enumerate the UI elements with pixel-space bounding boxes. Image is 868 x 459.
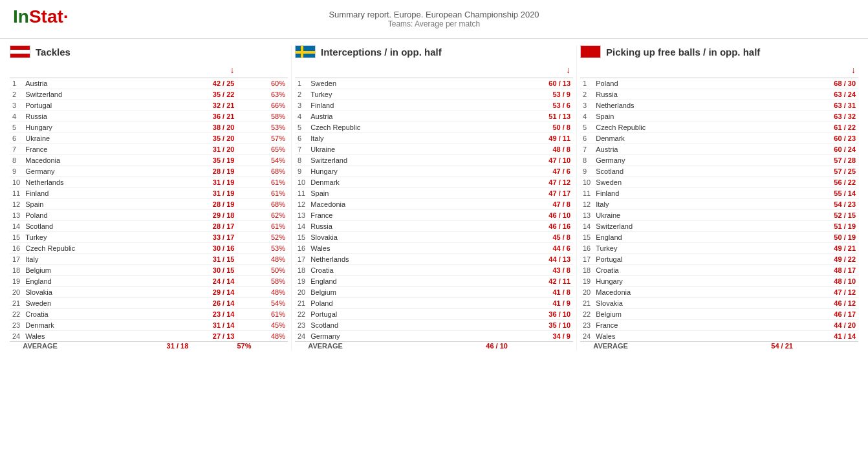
rank-cell: 17 xyxy=(580,254,593,265)
rank-cell: 15 xyxy=(295,232,308,243)
table-row: 24 Wales 27 / 13 48% xyxy=(10,331,288,342)
pct-cell: 50% xyxy=(237,265,288,276)
rank-cell: 13 xyxy=(10,210,23,221)
rank-cell: 3 xyxy=(580,100,593,111)
table-row: 16 Czech Republic 30 / 16 53% xyxy=(10,243,288,254)
team-cell: Finland xyxy=(593,188,771,199)
value-cell: 44 / 13 xyxy=(486,254,573,265)
pct-cell: 48% xyxy=(237,287,288,298)
rank-cell: 24 xyxy=(580,331,593,342)
pct-cell: 63% xyxy=(237,89,288,100)
value-cell: 57 / 28 xyxy=(771,155,858,166)
team-cell: Macedonia xyxy=(23,155,166,166)
table-row: 12 Spain 28 / 19 68% xyxy=(10,199,288,210)
team-cell: Hungary xyxy=(593,276,771,287)
pct-cell: 61% xyxy=(237,188,288,199)
value-cell: 60 / 13 xyxy=(486,78,573,89)
table-row: 21 Poland 41 / 9 xyxy=(295,298,573,309)
team-cell: Denmark xyxy=(23,320,166,331)
table-row: 22 Belgium 46 / 17 xyxy=(580,309,858,320)
rank-cell: 2 xyxy=(10,89,23,100)
pct-cell: 66% xyxy=(237,100,288,111)
main-content: Tackles ↓ 1 Austria 42 / 25 60% 2 Sw xyxy=(0,39,868,356)
table-row: 2 Turkey 53 / 9 xyxy=(295,89,573,100)
pct-cell: 61% xyxy=(237,309,288,320)
table-row: 3 Portugal 32 / 21 66% xyxy=(10,100,288,111)
pct-cell: 68% xyxy=(237,166,288,177)
table-row: 19 Hungary 48 / 10 xyxy=(580,276,858,287)
table-row: 4 Spain 63 / 32 xyxy=(580,111,858,122)
rank-cell: 22 xyxy=(295,309,308,320)
pct-cell: 57% xyxy=(237,133,288,144)
value-cell: 42 / 11 xyxy=(486,276,573,287)
value-cell: 30 / 16 xyxy=(167,243,237,254)
team-cell: Switzerland xyxy=(593,221,771,232)
team-cell: Croatia xyxy=(23,309,166,320)
pct-cell: 53% xyxy=(237,243,288,254)
table-row: 22 Portugal 36 / 10 xyxy=(295,309,573,320)
interceptions-sort-indicator: ↓ xyxy=(486,63,573,78)
team-cell: Netherlands xyxy=(23,177,166,188)
free-balls-title: Picking up free balls / in opp. half xyxy=(606,47,760,58)
rank-cell: 14 xyxy=(10,221,23,232)
team-cell: Switzerland xyxy=(308,155,486,166)
team-cell: Belgium xyxy=(308,287,486,298)
rank-cell: 9 xyxy=(10,166,23,177)
table-row: 12 Macedonia 47 / 8 xyxy=(295,199,573,210)
table-row: 20 Slovakia 29 / 14 48% xyxy=(10,287,288,298)
team-cell: Czech Republic xyxy=(593,122,771,133)
team-cell: Austria xyxy=(23,78,166,89)
value-cell: 63 / 24 xyxy=(771,89,858,100)
table-row: 19 England 42 / 11 xyxy=(295,276,573,287)
value-cell: 46 / 10 xyxy=(486,210,573,221)
rank-cell: 1 xyxy=(295,78,308,89)
interceptions-avg-label: AVERAGE xyxy=(308,342,486,350)
table-row: 24 Germany 34 / 9 xyxy=(295,331,573,342)
rank-cell: 12 xyxy=(580,199,593,210)
team-cell: Austria xyxy=(308,111,486,122)
rank-cell: 3 xyxy=(10,100,23,111)
team-cell: Sweden xyxy=(23,298,166,309)
value-cell: 47 / 12 xyxy=(771,287,858,298)
rank-cell: 21 xyxy=(10,298,23,309)
value-cell: 27 / 13 xyxy=(167,331,237,342)
value-cell: 60 / 23 xyxy=(771,133,858,144)
rank-cell: 13 xyxy=(295,210,308,221)
table-row: 8 Macedonia 35 / 19 54% xyxy=(10,155,288,166)
table-row: 22 Croatia 23 / 14 61% xyxy=(10,309,288,320)
value-cell: 41 / 9 xyxy=(486,298,573,309)
rank-cell: 13 xyxy=(580,210,593,221)
pct-cell: 61% xyxy=(237,221,288,232)
value-cell: 41 / 8 xyxy=(486,287,573,298)
value-cell: 35 / 19 xyxy=(167,155,237,166)
table-row: 18 Croatia 43 / 8 xyxy=(295,265,573,276)
value-cell: 35 / 10 xyxy=(486,320,573,331)
team-cell: Russia xyxy=(23,111,166,122)
pct-cell: 54% xyxy=(237,298,288,309)
pct-cell: 53% xyxy=(237,122,288,133)
rank-cell: 7 xyxy=(295,144,308,155)
team-cell: Denmark xyxy=(308,177,486,188)
logo: InStat· xyxy=(13,6,69,27)
red-flag xyxy=(580,45,601,58)
pct-cell: 62% xyxy=(237,210,288,221)
value-cell: 36 / 21 xyxy=(167,111,237,122)
team-cell: France xyxy=(308,210,486,221)
team-cell: Czech Republic xyxy=(308,122,486,133)
team-cell: Poland xyxy=(308,298,486,309)
table-row: 6 Italy 49 / 11 xyxy=(295,133,573,144)
tackles-table: ↓ 1 Austria 42 / 25 60% 2 Switzerland 35… xyxy=(10,63,288,350)
pct-cell: 61% xyxy=(237,177,288,188)
tackles-sort-indicator: ↓ xyxy=(167,63,237,78)
table-row: 9 Scotland 57 / 25 xyxy=(580,166,858,177)
rank-cell: 18 xyxy=(295,265,308,276)
table-row: 16 Wales 44 / 6 xyxy=(295,243,573,254)
team-cell: Finland xyxy=(308,100,486,111)
team-cell: Netherlands xyxy=(308,254,486,265)
pct-cell: 48% xyxy=(237,254,288,265)
team-cell: Spain xyxy=(593,111,771,122)
team-cell: France xyxy=(593,320,771,331)
value-cell: 35 / 22 xyxy=(167,89,237,100)
value-cell: 60 / 24 xyxy=(771,144,858,155)
section-tackles-header: Tackles xyxy=(10,45,288,58)
